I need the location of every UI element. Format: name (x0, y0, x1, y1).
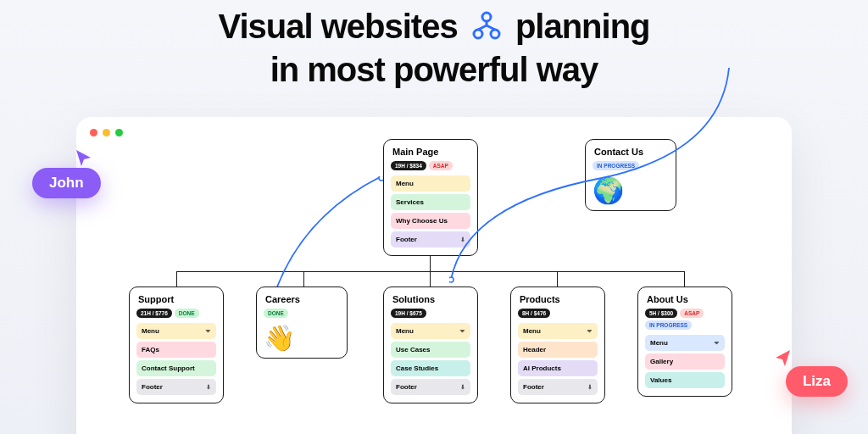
cursor-label: John (32, 168, 101, 198)
cursor-label: Liza (786, 366, 848, 397)
connector (176, 271, 685, 272)
svg-point-0 (482, 13, 491, 21)
section-item[interactable]: Use Cases (391, 342, 470, 358)
app-window: Main Page 19H / $834 ASAP Menu Services … (76, 117, 792, 434)
section-item[interactable]: Menu⏷ (391, 323, 470, 339)
section-item[interactable]: Why Choose Us (391, 213, 470, 229)
section-item[interactable]: Menu⏷ (518, 323, 598, 339)
heading-text-1b: planning (515, 8, 650, 45)
section-item[interactable]: Case Studies (391, 360, 470, 376)
card-title: Products (518, 294, 598, 304)
cursor-arrow-icon (74, 147, 94, 168)
connector (176, 271, 177, 287)
card-careers[interactable]: Careers DONE 👋 (256, 287, 348, 359)
connector (557, 271, 558, 287)
budget-badge: 19H / $834 (391, 161, 426, 170)
section-item[interactable]: Footer⬇ (518, 379, 598, 395)
svg-point-2 (491, 30, 499, 38)
svg-point-1 (474, 30, 482, 38)
cursor-arrow-icon (772, 348, 793, 368)
section-item[interactable]: AI Products (518, 360, 598, 376)
collaborator-cursor-liza: Liza (786, 366, 848, 397)
badge-row: 21H / $776 DONE (136, 309, 216, 318)
filter-icon: ⏷ (587, 328, 593, 334)
heading-text-1a: Visual websites (218, 8, 457, 45)
budget-badge: 8H / $476 (518, 309, 550, 318)
section-item[interactable]: Footer⬇ (136, 379, 216, 395)
download-icon: ⬇ (206, 384, 211, 391)
card-contact-us[interactable]: Contact Us IN PROGRESS 🌍 (585, 139, 676, 211)
section-item[interactable]: Menu⏷ (645, 335, 725, 351)
badge-row: 19H / $834 ASAP (391, 161, 470, 170)
budget-badge: 5H / $300 (645, 309, 677, 318)
section-item[interactable]: Contact Support (136, 360, 216, 376)
filter-icon: ⏷ (714, 340, 720, 346)
card-title: Solutions (391, 294, 470, 304)
status-badge: ASAP (680, 309, 704, 318)
card-emoji: 👋 (264, 323, 340, 353)
filter-icon: ⏷ (205, 328, 211, 334)
connector (303, 271, 304, 287)
section-item[interactable]: FAQs (136, 342, 216, 358)
section-item[interactable]: Gallery (645, 353, 725, 370)
page-heading: Visual websites planning in most powerfu… (0, 0, 868, 89)
section-item[interactable]: Menu⏷ (136, 323, 216, 339)
download-icon: ⬇ (460, 384, 465, 391)
card-products[interactable]: Products 8H / $476 Menu⏷ Header AI Produ… (510, 287, 605, 403)
card-title: Main Page (391, 147, 470, 157)
card-about-us[interactable]: About Us 5H / $300 ASAP IN PROGRESS Menu… (637, 287, 732, 397)
badge-row: 8H / $476 (518, 309, 598, 318)
section-item[interactable]: Footer⬇ (391, 231, 470, 248)
card-title: Careers (264, 294, 340, 304)
heading-text-2: in most powerful way (270, 51, 598, 88)
download-icon: ⬇ (460, 236, 465, 243)
collaborator-cursor-john: John (32, 168, 101, 198)
badge-row: IN PROGRESS (593, 161, 669, 170)
section-item[interactable]: Menu (391, 175, 470, 192)
card-main-page[interactable]: Main Page 19H / $834 ASAP Menu Services … (383, 139, 478, 256)
status-badge: ASAP (429, 161, 453, 170)
status-badge: IN PROGRESS (593, 161, 639, 170)
section-item[interactable]: Footer⬇ (391, 379, 470, 395)
filter-icon: ⏷ (459, 328, 465, 334)
card-title: Contact Us (593, 147, 669, 157)
sitemap-canvas[interactable]: Main Page 19H / $834 ASAP Menu Services … (76, 125, 792, 434)
card-title: Support (136, 294, 216, 304)
card-title: About Us (645, 294, 725, 304)
status-badge: DONE (175, 309, 199, 318)
card-solutions[interactable]: Solutions 19H / $675 Menu⏷ Use Cases Cas… (383, 287, 478, 403)
badge-row: DONE (264, 309, 340, 318)
connector (684, 271, 685, 287)
budget-badge: 19H / $675 (391, 309, 426, 318)
badge-row: 5H / $300 ASAP IN PROGRESS (645, 309, 725, 330)
status-badge: DONE (264, 309, 288, 318)
card-support[interactable]: Support 21H / $776 DONE Menu⏷ FAQs Conta… (129, 287, 224, 403)
section-item[interactable]: Header (518, 342, 598, 358)
card-emoji: 🌍 (593, 175, 669, 205)
section-item[interactable]: Services (391, 194, 470, 210)
download-icon: ⬇ (587, 384, 593, 391)
sitemap-icon (470, 8, 504, 50)
status-badge: IN PROGRESS (645, 320, 692, 330)
connector (430, 271, 431, 287)
budget-badge: 21H / $776 (136, 309, 172, 318)
section-item[interactable]: Values (645, 372, 725, 388)
badge-row: 19H / $675 (391, 309, 470, 318)
